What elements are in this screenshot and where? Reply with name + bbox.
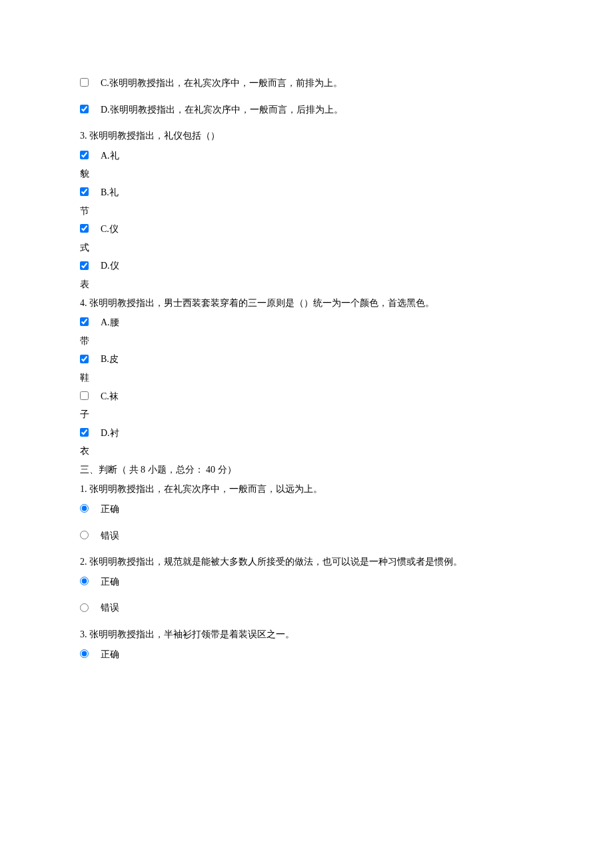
tf2-wrong: 错误 — [80, 601, 533, 615]
tf1-wrong: 错误 — [80, 529, 533, 543]
radio-tf3-correct[interactable] — [80, 649, 89, 658]
section-3-header: 三、判断（ 共 8 小题，总分： 40 分） — [80, 463, 533, 477]
tf-label: 错误 — [101, 601, 119, 615]
checkbox-3b[interactable] — [80, 187, 89, 196]
option-prev-c: C.张明明教授指出，在礼宾次序中，一般而言，前排为上。 — [80, 77, 533, 90]
option-4c-wrap: 子 — [80, 408, 533, 421]
option-text: D.张明明教授指出，在礼宾次序中，一般而言，后排为上。 — [101, 103, 343, 117]
checkbox-prev-c[interactable] — [80, 78, 89, 87]
radio-tf1-correct[interactable] — [80, 504, 89, 513]
tf-label: 正确 — [101, 575, 119, 589]
question-4-head: 4. 张明明教授指出，男士西装套装穿着的三一原则是（）统一为一个颜色，首选黑色。 — [80, 297, 533, 310]
option-text: B.皮 — [101, 353, 119, 366]
tf1-correct: 正确 — [80, 503, 533, 516]
option-3d: D.仪 — [80, 259, 533, 273]
option-4a-wrap: 带 — [80, 335, 533, 348]
option-text: C.张明明教授指出，在礼宾次序中，一般而言，前排为上。 — [101, 77, 342, 90]
checkbox-3c[interactable] — [80, 224, 89, 233]
tf-label: 错误 — [101, 529, 119, 543]
option-3d-wrap: 表 — [80, 278, 533, 291]
checkbox-4d[interactable] — [80, 428, 89, 437]
option-text: A.腰 — [101, 316, 119, 329]
tf1-head: 1. 张明明教授指出，在礼宾次序中，一般而言，以远为上。 — [80, 483, 533, 496]
tf-label: 正确 — [101, 648, 119, 661]
option-text: B.礼 — [101, 186, 119, 199]
option-text: A.礼 — [101, 149, 119, 163]
option-4b: B.皮 — [80, 353, 533, 366]
option-4b-wrap: 鞋 — [80, 371, 533, 385]
option-text: C.仪 — [101, 223, 119, 236]
option-4c: C.袜 — [80, 390, 533, 403]
radio-tf2-wrong[interactable] — [80, 603, 89, 612]
option-3c: C.仪 — [80, 223, 533, 236]
checkbox-3a[interactable] — [80, 151, 89, 159]
tf3-correct: 正确 — [80, 648, 533, 661]
checkbox-prev-d[interactable] — [80, 105, 89, 113]
radio-tf1-wrong[interactable] — [80, 531, 89, 539]
question-3-head: 3. 张明明教授指出，礼仪包括（） — [80, 129, 533, 143]
option-text: D.仪 — [101, 259, 119, 273]
option-3a-wrap: 貌 — [80, 167, 533, 181]
tf2-head: 2. 张明明教授指出，规范就是能被大多数人所接受的做法，也可以说是一种习惯或者是… — [80, 555, 533, 569]
option-prev-d: D.张明明教授指出，在礼宾次序中，一般而言，后排为上。 — [80, 103, 533, 117]
tf3-head: 3. 张明明教授指出，半袖衫打领带是着装误区之一。 — [80, 628, 533, 641]
checkbox-4c[interactable] — [80, 391, 89, 400]
page: { "q_prev": { "c": "C.张明明教授指出，在礼宾次序中，一般而… — [0, 0, 613, 868]
checkbox-3d[interactable] — [80, 261, 89, 270]
checkbox-4a[interactable] — [80, 317, 89, 326]
option-3b-wrap: 节 — [80, 205, 533, 218]
option-4d-wrap: 衣 — [80, 445, 533, 458]
checkbox-4b[interactable] — [80, 355, 89, 363]
option-text: C.袜 — [101, 390, 119, 403]
radio-tf2-correct[interactable] — [80, 577, 89, 585]
option-3c-wrap: 式 — [80, 241, 533, 255]
option-text: D.衬 — [101, 427, 119, 440]
option-4d: D.衬 — [80, 427, 533, 440]
tf2-correct: 正确 — [80, 575, 533, 589]
option-3b: B.礼 — [80, 186, 533, 199]
tf-label: 正确 — [101, 503, 119, 516]
option-4a: A.腰 — [80, 316, 533, 329]
option-3a: A.礼 — [80, 149, 533, 163]
